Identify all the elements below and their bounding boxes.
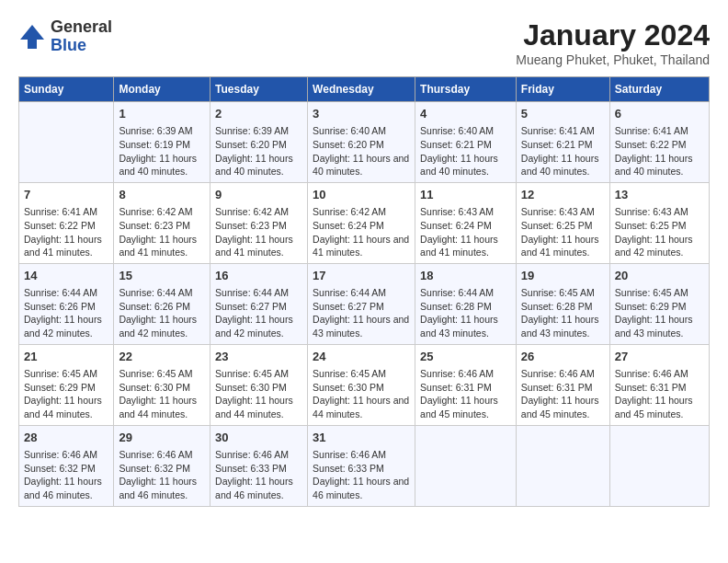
day-number: 17 xyxy=(313,268,410,284)
calendar-cell: 30Sunrise: 6:46 AM Sunset: 6:33 PM Dayli… xyxy=(210,425,308,506)
header-cell-thursday: Thursday xyxy=(415,77,517,102)
day-info: Sunrise: 6:45 AM Sunset: 6:29 PM Dayligh… xyxy=(615,286,704,340)
calendar-cell xyxy=(415,425,517,506)
day-number: 2 xyxy=(215,106,302,122)
day-number: 5 xyxy=(521,106,605,122)
day-number: 20 xyxy=(615,268,704,284)
day-number: 24 xyxy=(313,349,410,365)
calendar-cell: 7Sunrise: 6:41 AM Sunset: 6:22 PM Daylig… xyxy=(19,182,114,263)
day-info: Sunrise: 6:44 AM Sunset: 6:28 PM Dayligh… xyxy=(420,286,511,340)
day-number: 10 xyxy=(313,187,410,203)
day-info: Sunrise: 6:45 AM Sunset: 6:28 PM Dayligh… xyxy=(521,286,605,340)
day-number: 6 xyxy=(615,106,704,122)
day-info: Sunrise: 6:46 AM Sunset: 6:33 PM Dayligh… xyxy=(215,448,302,502)
day-number: 25 xyxy=(420,349,511,365)
calendar-cell: 3Sunrise: 6:40 AM Sunset: 6:20 PM Daylig… xyxy=(308,102,415,183)
day-info: Sunrise: 6:46 AM Sunset: 6:32 PM Dayligh… xyxy=(119,448,205,502)
header-cell-friday: Friday xyxy=(516,77,609,102)
svg-marker-0 xyxy=(20,25,44,49)
day-info: Sunrise: 6:43 AM Sunset: 6:25 PM Dayligh… xyxy=(521,205,605,259)
week-row-1: 1Sunrise: 6:39 AM Sunset: 6:19 PM Daylig… xyxy=(19,102,710,183)
week-row-5: 28Sunrise: 6:46 AM Sunset: 6:32 PM Dayli… xyxy=(19,425,710,506)
day-number: 28 xyxy=(24,430,108,446)
day-number: 19 xyxy=(521,268,605,284)
calendar-cell: 31Sunrise: 6:46 AM Sunset: 6:33 PM Dayli… xyxy=(308,425,415,506)
calendar-cell: 20Sunrise: 6:45 AM Sunset: 6:29 PM Dayli… xyxy=(609,263,709,344)
logo-text: General Blue xyxy=(51,18,112,55)
calendar-cell: 11Sunrise: 6:43 AM Sunset: 6:24 PM Dayli… xyxy=(415,182,517,263)
calendar-cell: 26Sunrise: 6:46 AM Sunset: 6:31 PM Dayli… xyxy=(516,344,609,425)
day-info: Sunrise: 6:44 AM Sunset: 6:27 PM Dayligh… xyxy=(215,286,302,340)
day-info: Sunrise: 6:46 AM Sunset: 6:31 PM Dayligh… xyxy=(521,367,605,421)
day-number: 8 xyxy=(119,187,205,203)
day-info: Sunrise: 6:42 AM Sunset: 6:23 PM Dayligh… xyxy=(119,205,205,259)
day-number: 16 xyxy=(215,268,302,284)
day-info: Sunrise: 6:45 AM Sunset: 6:29 PM Dayligh… xyxy=(24,367,108,421)
calendar-cell: 19Sunrise: 6:45 AM Sunset: 6:28 PM Dayli… xyxy=(516,263,609,344)
calendar-cell: 12Sunrise: 6:43 AM Sunset: 6:25 PM Dayli… xyxy=(516,182,609,263)
calendar-cell xyxy=(609,425,709,506)
header-row: SundayMondayTuesdayWednesdayThursdayFrid… xyxy=(19,77,710,102)
day-info: Sunrise: 6:46 AM Sunset: 6:31 PM Dayligh… xyxy=(615,367,704,421)
calendar-header: SundayMondayTuesdayWednesdayThursdayFrid… xyxy=(19,77,710,102)
day-number: 9 xyxy=(215,187,302,203)
day-number: 26 xyxy=(521,349,605,365)
calendar-cell: 14Sunrise: 6:44 AM Sunset: 6:26 PM Dayli… xyxy=(19,263,114,344)
day-number: 4 xyxy=(420,106,511,122)
day-number: 13 xyxy=(615,187,704,203)
day-info: Sunrise: 6:44 AM Sunset: 6:26 PM Dayligh… xyxy=(24,286,108,340)
calendar-cell: 29Sunrise: 6:46 AM Sunset: 6:32 PM Dayli… xyxy=(114,425,210,506)
header-cell-wednesday: Wednesday xyxy=(308,77,415,102)
day-info: Sunrise: 6:45 AM Sunset: 6:30 PM Dayligh… xyxy=(215,367,302,421)
day-info: Sunrise: 6:46 AM Sunset: 6:33 PM Dayligh… xyxy=(313,448,410,502)
day-info: Sunrise: 6:41 AM Sunset: 6:22 PM Dayligh… xyxy=(24,205,108,259)
day-info: Sunrise: 6:40 AM Sunset: 6:21 PM Dayligh… xyxy=(420,124,511,178)
calendar-cell: 18Sunrise: 6:44 AM Sunset: 6:28 PM Dayli… xyxy=(415,263,517,344)
calendar-cell: 23Sunrise: 6:45 AM Sunset: 6:30 PM Dayli… xyxy=(210,344,308,425)
day-number: 18 xyxy=(420,268,511,284)
day-number: 30 xyxy=(215,430,302,446)
calendar-cell: 5Sunrise: 6:41 AM Sunset: 6:21 PM Daylig… xyxy=(516,102,609,183)
calendar-cell: 1Sunrise: 6:39 AM Sunset: 6:19 PM Daylig… xyxy=(114,102,210,183)
day-number: 14 xyxy=(24,268,108,284)
header-cell-saturday: Saturday xyxy=(609,77,709,102)
day-info: Sunrise: 6:45 AM Sunset: 6:30 PM Dayligh… xyxy=(119,367,205,421)
calendar-cell: 15Sunrise: 6:44 AM Sunset: 6:26 PM Dayli… xyxy=(114,263,210,344)
day-info: Sunrise: 6:44 AM Sunset: 6:26 PM Dayligh… xyxy=(119,286,205,340)
calendar-cell: 28Sunrise: 6:46 AM Sunset: 6:32 PM Dayli… xyxy=(19,425,114,506)
logo-blue: Blue xyxy=(51,37,112,55)
page-title: January 2024 xyxy=(516,18,710,52)
day-info: Sunrise: 6:44 AM Sunset: 6:27 PM Dayligh… xyxy=(313,286,410,340)
calendar-cell: 25Sunrise: 6:46 AM Sunset: 6:31 PM Dayli… xyxy=(415,344,517,425)
day-number: 31 xyxy=(313,430,410,446)
day-info: Sunrise: 6:39 AM Sunset: 6:20 PM Dayligh… xyxy=(215,124,302,178)
calendar-cell: 10Sunrise: 6:42 AM Sunset: 6:24 PM Dayli… xyxy=(308,182,415,263)
calendar-cell: 4Sunrise: 6:40 AM Sunset: 6:21 PM Daylig… xyxy=(415,102,517,183)
day-number: 11 xyxy=(420,187,511,203)
day-number: 23 xyxy=(215,349,302,365)
header-cell-tuesday: Tuesday xyxy=(210,77,308,102)
calendar-cell: 8Sunrise: 6:42 AM Sunset: 6:23 PM Daylig… xyxy=(114,182,210,263)
calendar-cell: 27Sunrise: 6:46 AM Sunset: 6:31 PM Dayli… xyxy=(609,344,709,425)
header-cell-sunday: Sunday xyxy=(19,77,114,102)
logo: General Blue xyxy=(18,18,112,55)
header-cell-monday: Monday xyxy=(114,77,210,102)
week-row-3: 14Sunrise: 6:44 AM Sunset: 6:26 PM Dayli… xyxy=(19,263,710,344)
day-info: Sunrise: 6:42 AM Sunset: 6:24 PM Dayligh… xyxy=(313,205,410,259)
day-number: 27 xyxy=(615,349,704,365)
calendar-cell: 2Sunrise: 6:39 AM Sunset: 6:20 PM Daylig… xyxy=(210,102,308,183)
calendar-cell: 21Sunrise: 6:45 AM Sunset: 6:29 PM Dayli… xyxy=(19,344,114,425)
logo-icon xyxy=(18,23,46,51)
calendar-body: 1Sunrise: 6:39 AM Sunset: 6:19 PM Daylig… xyxy=(19,102,710,507)
day-info: Sunrise: 6:42 AM Sunset: 6:23 PM Dayligh… xyxy=(215,205,302,259)
calendar-cell: 9Sunrise: 6:42 AM Sunset: 6:23 PM Daylig… xyxy=(210,182,308,263)
calendar-table: SundayMondayTuesdayWednesdayThursdayFrid… xyxy=(18,76,710,507)
day-info: Sunrise: 6:43 AM Sunset: 6:24 PM Dayligh… xyxy=(420,205,511,259)
calendar-cell: 16Sunrise: 6:44 AM Sunset: 6:27 PM Dayli… xyxy=(210,263,308,344)
day-number: 1 xyxy=(119,106,205,122)
day-info: Sunrise: 6:43 AM Sunset: 6:25 PM Dayligh… xyxy=(615,205,704,259)
page-subtitle: Mueang Phuket, Phuket, Thailand xyxy=(516,52,710,67)
day-number: 21 xyxy=(24,349,108,365)
week-row-4: 21Sunrise: 6:45 AM Sunset: 6:29 PM Dayli… xyxy=(19,344,710,425)
week-row-2: 7Sunrise: 6:41 AM Sunset: 6:22 PM Daylig… xyxy=(19,182,710,263)
